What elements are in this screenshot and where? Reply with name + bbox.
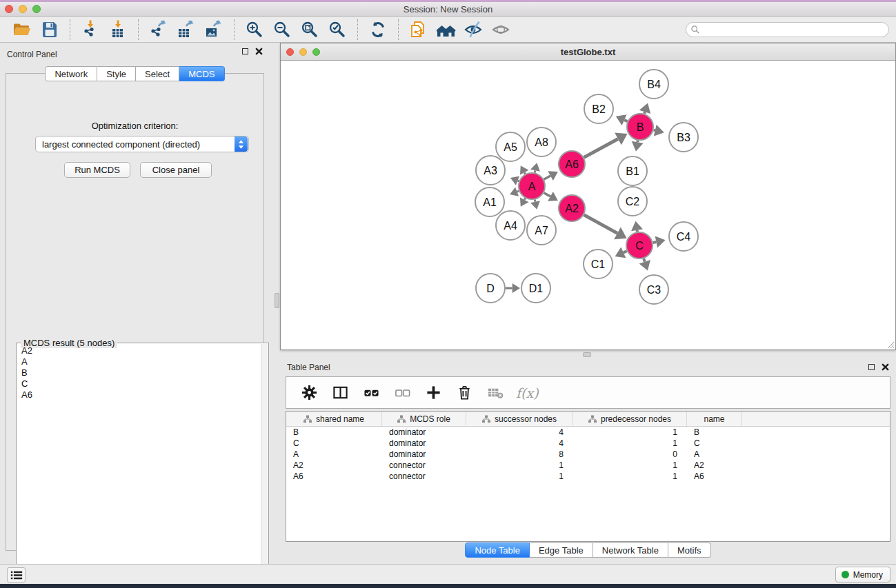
graph-node-B4[interactable]: B4: [639, 70, 668, 99]
graph-node-C3[interactable]: C3: [639, 275, 668, 304]
cell-successor-nodes[interactable]: 4: [466, 438, 573, 448]
cell-name[interactable]: B: [687, 427, 742, 437]
tab-network[interactable]: Network: [45, 66, 97, 81]
close-panel-button[interactable]: Close panel: [140, 162, 212, 178]
graph-node-B2[interactable]: B2: [584, 94, 613, 123]
export-image-button[interactable]: [200, 18, 228, 41]
mcds-result-item[interactable]: A6: [17, 389, 261, 400]
column-header-predecessor-nodes[interactable]: predecessor nodes: [573, 412, 687, 426]
export-network-button[interactable]: [145, 18, 172, 41]
select-all-checkboxes-button[interactable]: [361, 383, 381, 403]
graph-edge-A-A7[interactable]: [530, 200, 540, 210]
table-row[interactable]: A2connector11A2: [286, 460, 890, 471]
cell-MCDS-role[interactable]: dominator: [382, 438, 466, 448]
float-table-panel-icon[interactable]: [868, 364, 875, 370]
cell-shared-name[interactable]: A2: [286, 460, 382, 470]
graph-node-A6[interactable]: A6: [559, 151, 585, 177]
column-header-name[interactable]: name: [687, 412, 742, 426]
tab-node-table[interactable]: Node Table: [465, 543, 530, 558]
cell-name[interactable]: A6: [687, 472, 742, 481]
mcds-result-item[interactable]: A2: [17, 345, 261, 356]
mcds-result-item[interactable]: C: [17, 378, 261, 389]
show-all-eye-button[interactable]: [488, 18, 515, 41]
cell-successor-nodes[interactable]: 8: [466, 449, 573, 459]
cell-MCDS-role[interactable]: dominator: [382, 449, 466, 459]
add-column-plus-button[interactable]: [423, 383, 444, 403]
graph-node-D[interactable]: D: [476, 274, 505, 303]
split-panel-button[interactable]: [330, 383, 350, 403]
graph-edge-A2-C[interactable]: [584, 215, 627, 240]
graph-edge-C-C4[interactable]: [653, 236, 666, 248]
delete-column-trash-button[interactable]: [454, 383, 475, 403]
graph-edge-B-B2[interactable]: [616, 114, 628, 125]
zoom-in-button[interactable]: [241, 18, 268, 41]
column-header-successor-nodes[interactable]: successor nodes: [466, 412, 573, 426]
graph-node-A7[interactable]: A7: [527, 216, 556, 245]
deselect-all-checkboxes-button[interactable]: [392, 383, 412, 403]
zoom-out-button[interactable]: [268, 18, 296, 41]
column-header-shared-name[interactable]: shared name: [286, 412, 382, 426]
cell-shared-name[interactable]: A6: [286, 472, 382, 481]
graph-node-C4[interactable]: C4: [669, 222, 698, 251]
zoom-fit-button[interactable]: [296, 18, 323, 41]
export-table-button[interactable]: [172, 18, 200, 41]
mcds-result-item[interactable]: B: [17, 367, 261, 378]
cell-name[interactable]: C: [687, 438, 742, 448]
graph-edge-A-A8[interactable]: [530, 163, 540, 172]
graph-edge-A-A3[interactable]: [510, 176, 519, 185]
tab-motifs[interactable]: Motifs: [668, 543, 711, 558]
task-history-button[interactable]: [7, 567, 26, 582]
float-panel-icon[interactable]: [242, 48, 248, 54]
graph-node-A2[interactable]: A2: [559, 195, 585, 221]
graph-edge-B-B3[interactable]: [653, 125, 664, 136]
tab-mcds[interactable]: MCDS: [179, 66, 224, 81]
close-panel-icon[interactable]: [255, 48, 263, 55]
import-table-button[interactable]: [104, 18, 132, 41]
tab-style[interactable]: Style: [97, 66, 136, 81]
cell-predecessor-nodes[interactable]: 1: [573, 427, 687, 437]
memory-button[interactable]: Memory: [835, 567, 890, 582]
table-row[interactable]: A6connector11A6: [286, 471, 890, 482]
table-row[interactable]: Cdominator41C: [286, 438, 890, 449]
close-table-panel-icon[interactable]: [882, 363, 889, 371]
graph-edge-C-C1[interactable]: [615, 247, 627, 258]
tab-edge-table[interactable]: Edge Table: [530, 543, 593, 558]
table-row[interactable]: Bdominator41B: [286, 427, 890, 438]
run-mcds-button[interactable]: Run MCDS: [64, 162, 130, 178]
graph-node-A1[interactable]: A1: [475, 187, 504, 216]
cell-MCDS-role[interactable]: connector: [382, 460, 466, 470]
graph-node-C[interactable]: C: [626, 232, 653, 258]
network-window-titlebar[interactable]: testGlobe.txt: [281, 43, 895, 61]
graph-edge-A6-B[interactable]: [584, 133, 628, 158]
cell-predecessor-nodes[interactable]: 0: [573, 449, 687, 459]
import-network-button[interactable]: [77, 18, 104, 41]
tab-select[interactable]: Select: [136, 66, 179, 81]
open-file-button[interactable]: [8, 18, 36, 41]
mcds-list-scrollbar[interactable]: [261, 344, 268, 577]
cell-shared-name[interactable]: B: [286, 427, 382, 437]
criterion-dropdown[interactable]: largest connected component (directed): [35, 136, 249, 152]
cell-name[interactable]: A: [687, 449, 742, 459]
table-settings-gear-button[interactable]: [299, 383, 319, 403]
graph-edge-C-C3[interactable]: [639, 258, 650, 270]
search-field[interactable]: [686, 22, 889, 37]
graph-edge-B-B4[interactable]: [639, 103, 650, 114]
horizontal-splitter-handle[interactable]: [583, 352, 591, 357]
copy-network-view-button[interactable]: [405, 18, 432, 41]
cell-successor-nodes[interactable]: 1: [466, 472, 573, 481]
mcds-result-item[interactable]: A: [17, 356, 261, 367]
graph-edge-A-A6[interactable]: [544, 171, 558, 181]
cell-shared-name[interactable]: A: [286, 449, 382, 459]
graph-node-A3[interactable]: A3: [476, 156, 505, 185]
zoom-selected-button[interactable]: [323, 18, 351, 41]
graph-edge-A-A1[interactable]: [510, 187, 519, 196]
cell-name[interactable]: A2: [687, 460, 742, 470]
refresh-button[interactable]: [364, 18, 392, 41]
graph-node-A5[interactable]: A5: [496, 132, 525, 161]
table-row[interactable]: Adominator80A: [286, 449, 890, 460]
cell-predecessor-nodes[interactable]: 1: [573, 460, 687, 470]
graph-edge-B-B1[interactable]: [632, 141, 644, 152]
graph-node-A4[interactable]: A4: [496, 211, 525, 240]
vertical-splitter-handle[interactable]: [275, 293, 279, 308]
graph-node-A8[interactable]: A8: [527, 128, 556, 156]
